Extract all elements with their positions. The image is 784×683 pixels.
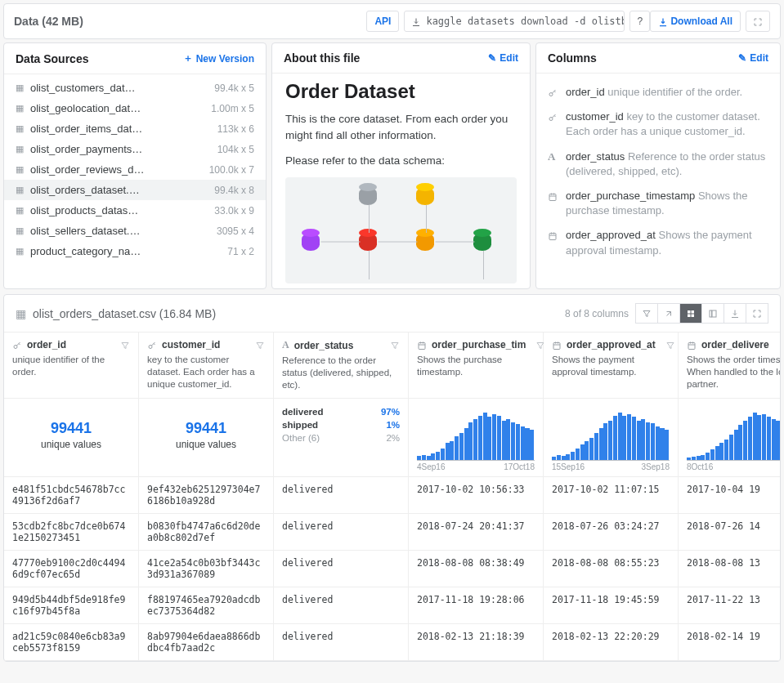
column-summary: 4Sep1617Oct18 [409,399,544,477]
filter-icon[interactable] [120,339,130,350]
data-cell: 2018-08-08 08:38:49 [409,551,544,587]
grid-view-button[interactable] [680,303,702,324]
column-count-label: 8 of 8 columns [565,308,629,319]
fullscreen-button[interactable] [746,11,770,32]
range-end: 3Sep18 [642,462,670,471]
data-cell: 2017-10-02 11:07:15 [544,477,679,514]
data-source-item[interactable]: ▦ olist_products_datas… 33.0k x 9 [4,200,266,221]
source-name: olist_orders_dataset.… [30,184,208,196]
data-cell: ad21c59c0840e6cb83a9ceb5573f8159 [4,624,139,661]
data-cell: 2017-11-22 13 [679,587,780,624]
table-icon: ▦ [16,164,24,175]
data-cell: 2017-10-04 19 [679,477,780,514]
data-source-item[interactable]: ▦ olist_geolocation_dat… 1.00m x 5 [4,98,266,118]
data-cell: 2017-11-18 19:45:59 [544,587,679,624]
data-sources-panel: Data Sources ＋ New Version ▦ olist_custo… [3,42,267,289]
column-header-name: customer_id [162,339,220,350]
data-cell: e481f51cbdc54678b7cc49136f2d6af7 [4,477,139,514]
data-cell: 2018-02-13 21:18:39 [409,624,544,661]
data-source-item[interactable]: ▦ olist_sellers_dataset.… 3095 x 4 [4,221,266,241]
key-icon [548,85,559,100]
column-name: order_status [566,150,625,163]
data-header: Data (42 MB) API kaggle datasets downloa… [3,3,781,39]
data-cell: 9ef432eb6251297304e76186b10a928d [139,477,274,514]
filter-icon[interactable] [665,339,675,350]
data-source-item[interactable]: ▦ olist_customers_dat… 99.4k x 5 [4,78,266,98]
data-cell: 2018-07-24 20:41:37 [409,514,544,551]
data-source-item[interactable]: ▦ olist_order_reviews_d… 100.0k x 7 [4,159,266,180]
data-cell: delivered [274,514,409,551]
source-name: olist_order_payments… [30,143,211,155]
range-start: 15Sep16 [552,462,585,471]
data-cell: 53cdb2fc8bc7dce0b6741e2150273451 [4,514,139,551]
text-icon: A [282,339,289,351]
data-cell: 41ce2a54c0b03bf3443c3d931a367089 [139,551,274,587]
source-name: product_category_na… [30,245,221,257]
filter-icon[interactable] [255,339,265,350]
source-name: olist_order_reviews_d… [30,163,203,176]
histogram [687,410,780,461]
download-all-button[interactable]: Download All [650,11,741,32]
columns-edit-button[interactable]: ✎ Edit [738,52,768,64]
data-cell: delivered [274,551,409,587]
column-item[interactable]: A order_status Reference to the order st… [548,145,768,184]
data-cell: 949d5b44dbf5de918fe9c16f97b45f8a [4,587,139,624]
column-header: order_id unique identifier of the order. [4,333,139,399]
data-source-item[interactable]: ▦ olist_orders_dataset.… 99.4k x 8 [4,180,266,200]
help-button[interactable]: ? [629,11,650,32]
download-table-button[interactable] [724,303,746,324]
data-source-item[interactable]: ▦ olist_order_items_dat… 113k x 6 [4,118,266,139]
text-icon: A [548,150,559,179]
unique-count: 99441 [147,420,265,437]
column-header-desc: Shows the payment approval timestamp. [552,354,670,390]
source-dims: 1.00m x 5 [211,103,254,114]
dist-key: shipped [282,420,318,430]
column-item[interactable]: order_purchase_timestamp Shows the purch… [548,184,768,223]
schema-diagram [285,177,517,283]
column-header-name: order_delivere [701,339,769,350]
key-icon [548,109,559,139]
column-item[interactable]: order_id unique identifier of the order. [548,80,768,105]
data-cell: 47770eb9100c2d0c44946d9cf07ec65d [4,551,139,587]
api-button[interactable]: API [366,11,399,32]
column-item[interactable]: order_approved_at Shows the payment appr… [548,223,768,262]
dist-val: 2% [386,433,400,443]
histogram [552,410,670,461]
data-cell: 2017-10-02 10:56:33 [409,477,544,514]
data-sources-title: Data Sources [16,52,88,65]
data-table-panel: ▦ olist_orders_dataset.csv (16.84 MB) 8 … [3,294,781,662]
table-icon: ▦ [16,205,24,216]
download-icon [411,16,421,27]
source-name: olist_geolocation_dat… [30,102,204,114]
column-view-button[interactable] [702,303,724,324]
data-source-item[interactable]: ▦ olist_order_payments… 104k x 5 [4,139,266,159]
source-dims: 33.0k x 9 [214,205,254,217]
column-summary: delivered97%shipped1%Other (6)2% [274,399,409,477]
data-source-item[interactable]: ▦ product_category_na… 71 x 2 [4,241,266,261]
table-filename: ▦ olist_orders_dataset.csv (16.84 MB) [16,307,216,320]
svg-rect-21 [710,310,712,317]
data-cell: delivered [274,587,409,624]
column-summary: 99441unique values [4,399,139,477]
filter-columns-button[interactable] [635,303,658,324]
unique-label: unique values [147,439,265,450]
date-icon [417,339,427,350]
source-dims: 100.0k x 7 [209,164,254,176]
column-header-name: order_id [27,339,66,350]
dist-val: 97% [381,407,400,417]
column-header-name: order_purchase_tim [432,339,526,350]
column-item[interactable]: customer_id key to the customer dataset.… [548,105,768,144]
table-icon: ▦ [16,144,24,154]
source-dims: 104k x 5 [217,144,254,155]
svg-rect-13 [549,233,556,239]
fullscreen-table-button[interactable] [746,303,768,324]
column-header: customer_id key to the customer dataset.… [139,333,274,399]
about-edit-button[interactable]: ✎ Edit [488,52,518,64]
expand-button[interactable] [658,303,680,324]
filter-icon[interactable] [390,340,400,351]
new-version-button[interactable]: ＋ New Version [183,51,254,65]
column-name: order_approved_at [566,229,656,241]
download-command[interactable]: kaggle datasets download -d olistbr/braz… [404,11,625,32]
source-dims: 113k x 6 [217,123,254,135]
column-name: customer_id [566,110,624,123]
